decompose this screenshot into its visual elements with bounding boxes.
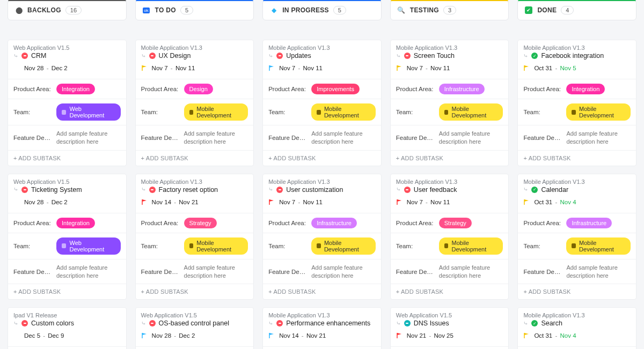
team-pill[interactable]: Mobile Development (566, 237, 631, 255)
kanban-card[interactable]: Mobile Application V1.3 ⤷ Factory reset … (135, 174, 254, 300)
feature-desc-value: Add sample feature description here (566, 130, 631, 146)
kanban-card[interactable]: Mobile Application V1.3 ⤷ User feedback … (390, 174, 509, 300)
column-testing: 🔍 TESTING 3 Mobile Application V1.3 ⤷ Sc… (390, 0, 509, 349)
team-label: Team: (141, 109, 179, 115)
card-dates: Nov 7 - Nov 11 (152, 65, 195, 71)
team-pill[interactable]: Mobile Development (439, 237, 503, 255)
add-subtask-button[interactable]: + ADD SUBTASK (263, 284, 381, 299)
team-pill[interactable]: Web Development (56, 103, 121, 121)
kanban-card[interactable]: Mobile Application V1.3 ⤷ User customiza… (262, 174, 382, 300)
product-area-pill[interactable]: Strategy (439, 218, 472, 228)
column-header-done[interactable]: ✔ DONE 4 (517, 0, 636, 20)
priority-flag-icon (523, 199, 530, 205)
card-dates: Nov 7 - Nov 11 (407, 199, 450, 205)
column-title: TO DO (155, 6, 176, 14)
subtask-tree-icon: ⤷ (141, 53, 146, 60)
subtask-tree-icon: ⤷ (396, 186, 401, 193)
product-area-label: Product Area: (268, 86, 306, 92)
kanban-card[interactable]: Web Application V1.5 ⤷ CRM Nov 28 - Dec … (8, 40, 127, 166)
product-area-pill[interactable]: Integration (56, 84, 95, 94)
product-area-pill[interactable]: Design (184, 84, 213, 94)
feature-desc-label: Feature Des... (141, 135, 179, 141)
kanban-card[interactable]: Mobile Application V1.3 ⤷ Performance en… (262, 307, 382, 349)
feature-desc-value: Add sample feature description here (184, 264, 248, 280)
status-dot-icon (21, 320, 28, 326)
priority-flag-icon (396, 199, 402, 205)
subtask-tree-icon: ⤷ (141, 320, 146, 327)
column-icon: ok (142, 6, 151, 14)
product-area-pill[interactable]: Infrastructure (311, 218, 357, 228)
team-pill[interactable]: Mobile Development (184, 237, 248, 255)
priority-flag-icon (523, 332, 530, 339)
kanban-card[interactable]: Mobile Application V1.3 ⤷ Search Oct 31 … (517, 307, 636, 349)
team-pill[interactable]: Mobile Development (184, 103, 248, 121)
column-icon: ✔ (524, 6, 533, 14)
product-area-pill[interactable]: Infrastructure (439, 84, 485, 94)
kanban-card[interactable]: Ipad V1 Release ⤷ Custom colors Dec 5 - … (8, 307, 127, 349)
team-label: Team: (523, 243, 561, 249)
team-label: Team: (268, 109, 306, 115)
kanban-card[interactable]: Mobile Application V1.3 ⤷ Facebook integ… (517, 40, 636, 166)
feature-desc-value: Add sample feature description here (566, 264, 631, 280)
add-subtask-button[interactable]: + ADD SUBTASK (518, 284, 636, 299)
kanban-card[interactable]: Mobile Application V1.3 ⤷ Screen Touch N… (390, 40, 509, 166)
card-title: User feedback (414, 186, 457, 194)
add-subtask-button[interactable]: + ADD SUBTASK (518, 150, 636, 166)
team-pill[interactable]: Mobile Development (566, 103, 631, 121)
status-dot-icon (531, 53, 538, 59)
feature-desc-label: Feature Des... (396, 135, 434, 141)
team-pill[interactable]: Web Development (56, 237, 121, 255)
product-area-pill[interactable]: Strategy (184, 218, 217, 228)
status-dot-icon (149, 53, 156, 59)
status-dot-icon (276, 53, 283, 59)
team-pill[interactable]: Mobile Development (439, 103, 503, 121)
kanban-card[interactable]: Web Application V1.5 ⤷ Ticketing System … (8, 174, 127, 300)
add-subtask-button[interactable]: + ADD SUBTASK (391, 150, 509, 166)
card-title: Ticketing System (31, 186, 82, 194)
feature-desc-label: Feature Des... (396, 269, 434, 275)
card-dates: Nov 7 - Nov 11 (279, 199, 323, 205)
card-title: Screen Touch (414, 52, 455, 60)
column-title: DONE (537, 6, 557, 14)
add-subtask-button[interactable]: + ADD SUBTASK (391, 284, 509, 299)
product-area-label: Product Area: (396, 220, 434, 226)
product-area-pill[interactable]: Integration (566, 84, 605, 94)
add-subtask-button[interactable]: + ADD SUBTASK (136, 284, 254, 299)
team-label: Team: (13, 109, 51, 115)
card-title: Factory reset option (159, 186, 218, 194)
feature-desc-label: Feature Des... (13, 269, 51, 275)
feature-desc-label: Feature Des... (268, 135, 306, 141)
priority-flag-icon (396, 65, 402, 71)
add-subtask-button[interactable]: + ADD SUBTASK (136, 150, 254, 166)
card-epic: Web Application V1.5 (396, 312, 503, 318)
subtask-tree-icon: ⤷ (268, 320, 273, 327)
kanban-card[interactable]: Web Application V1.5 ⤷ DNS Issues Nov 21… (390, 307, 509, 349)
card-dates: Nov 28 - Dec 2 (24, 65, 68, 71)
column-count: 5 (333, 6, 346, 14)
add-subtask-button[interactable]: + ADD SUBTASK (263, 150, 381, 166)
kanban-card[interactable]: Mobile Application V1.3 ⤷ Updates Nov 7 … (262, 40, 382, 166)
priority-flag-icon (268, 332, 275, 339)
team-pill[interactable]: Mobile Development (311, 237, 376, 255)
status-dot-icon (276, 187, 283, 193)
product-area-label: Product Area: (268, 220, 306, 226)
add-subtask-button[interactable]: + ADD SUBTASK (8, 150, 126, 166)
priority-flag-icon (13, 199, 20, 205)
team-pill[interactable]: Mobile Development (311, 103, 376, 121)
product-area-pill[interactable]: Infrastructure (566, 218, 612, 228)
subtask-tree-icon: ⤷ (141, 186, 146, 193)
add-subtask-button[interactable]: + ADD SUBTASK (8, 284, 126, 299)
card-dates: Oct 31 - Nov 5 (534, 65, 576, 71)
column-header-todo[interactable]: ok TO DO 5 (135, 0, 254, 20)
column-header-inprogress[interactable]: ◆ IN PROGRESS 5 (262, 0, 382, 20)
kanban-card[interactable]: Web Application V1.5 ⤷ OS-based control … (135, 307, 254, 349)
column-header-backlog[interactable]: ⬤ BACKLOG 16 (8, 0, 127, 20)
kanban-card[interactable]: Mobile Application V1.3 ⤷ Calendar Oct 3… (517, 174, 636, 300)
card-dates: Nov 7 - Nov 11 (279, 65, 323, 71)
product-area-pill[interactable]: Integration (56, 218, 95, 228)
priority-flag-icon (523, 65, 530, 71)
card-epic: Ipad V1 Release (13, 312, 121, 318)
column-header-testing[interactable]: 🔍 TESTING 3 (390, 0, 509, 20)
kanban-card[interactable]: Mobile Application V1.3 ⤷ UX Design Nov … (135, 40, 254, 166)
product-area-pill[interactable]: Improvements (311, 84, 360, 94)
